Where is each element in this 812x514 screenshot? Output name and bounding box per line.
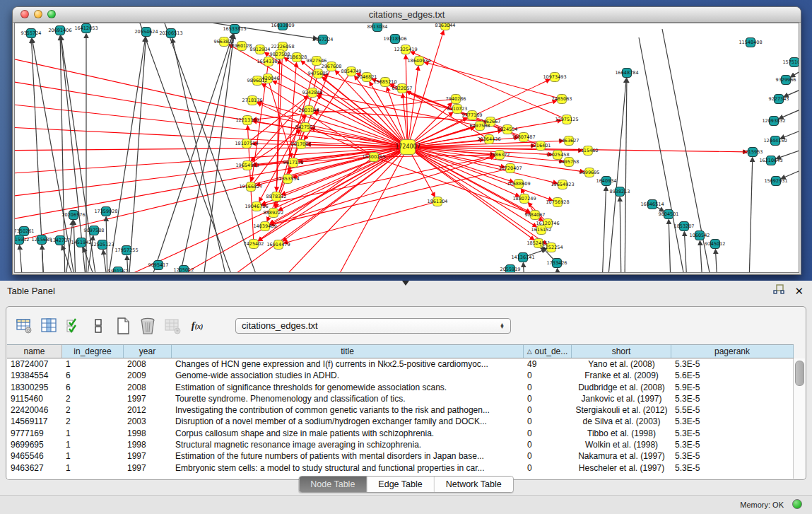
citation-edge-red[interactable] xyxy=(15,77,408,147)
table-cell[interactable]: 2009 xyxy=(124,370,172,381)
table-cell[interactable]: Investigating the contribution of common… xyxy=(172,404,524,416)
table-row[interactable]: 1456911722003Disruption of a novel membe… xyxy=(7,416,794,427)
table-cell[interactable]: 5.3E-5 xyxy=(671,428,794,439)
column-header-year[interactable]: year xyxy=(124,345,172,358)
table-cell[interactable]: Changes of HCN gene expression and I(f) … xyxy=(172,358,524,370)
citation-edge-black[interactable] xyxy=(684,232,687,273)
table-row[interactable]: 1938455462009Genome-wide association stu… xyxy=(7,370,794,381)
table-cell[interactable]: 18724007 xyxy=(7,358,62,370)
citation-edge-black[interactable] xyxy=(602,187,606,273)
table-cell[interactable]: 0 xyxy=(524,428,572,439)
citation-edge-black[interactable] xyxy=(608,78,626,273)
citation-edge-black[interactable] xyxy=(749,158,753,273)
table-cell[interactable]: Hescheler et al. (1997) xyxy=(572,462,671,474)
table-cell[interactable]: 2003 xyxy=(124,416,172,427)
table-cell[interactable]: Dudbridge et al. (2008) xyxy=(572,382,671,393)
float-panel-icon[interactable] xyxy=(773,284,784,298)
table-cell[interactable]: 2008 xyxy=(124,382,172,393)
citation-edge-black[interactable] xyxy=(799,66,799,69)
citation-edge-black[interactable] xyxy=(201,23,317,39)
table-cell[interactable]: 0 xyxy=(524,382,572,393)
table-cell[interactable]: Tibbo et al. (1998) xyxy=(572,428,671,439)
table-cell[interactable]: 18300295 xyxy=(7,382,62,393)
table-cell[interactable]: 1997 xyxy=(124,462,172,474)
table-cell[interactable]: 1 xyxy=(62,428,124,439)
citation-edge-black[interactable] xyxy=(669,220,671,273)
table-scrollbar[interactable] xyxy=(793,358,805,479)
close-panel-icon[interactable]: ✕ xyxy=(794,286,804,296)
table-row[interactable]: 946554611997Estimation of the future num… xyxy=(7,450,794,462)
close-button[interactable] xyxy=(20,10,29,18)
table-settings-icon[interactable] xyxy=(15,317,33,335)
table-cell[interactable]: 5.3E-5 xyxy=(671,439,794,450)
citation-edge-black[interactable] xyxy=(73,221,76,273)
table-cell[interactable]: 9463627 xyxy=(7,462,62,474)
citation-edge-black[interactable] xyxy=(139,23,235,273)
citation-edge-red[interactable] xyxy=(425,62,562,99)
citation-edge-black[interactable] xyxy=(178,35,233,273)
column-header-title[interactable]: title xyxy=(172,345,524,358)
table-cell[interactable]: 5.6E-5 xyxy=(671,370,794,381)
table-cell[interactable]: 6 xyxy=(62,370,124,381)
citation-edge-red[interactable] xyxy=(408,66,418,147)
column-header-name[interactable]: name xyxy=(7,345,62,358)
delete-table-icon[interactable] xyxy=(139,317,157,335)
citation-edge-black[interactable] xyxy=(150,35,233,273)
citation-edge-red[interactable] xyxy=(15,147,408,151)
citation-edge-black[interactable] xyxy=(42,245,44,273)
column-header-pagerank[interactable]: pagerank xyxy=(671,345,794,358)
table-cell[interactable]: Estimation of the future numbers of pati… xyxy=(172,450,524,462)
zoom-button[interactable] xyxy=(47,10,56,18)
table-cell[interactable]: Stergiakouli et al. (2012) xyxy=(572,404,671,416)
delete-column-icon[interactable] xyxy=(163,317,182,335)
table-cell[interactable]: 6 xyxy=(62,382,124,393)
table-row[interactable]: 1830029562008Estimation of significance … xyxy=(7,382,794,393)
network-canvas[interactable]: 1724007183002951810755419654983191668271… xyxy=(14,23,799,273)
citation-edge-black[interactable] xyxy=(523,263,524,273)
table-row[interactable]: 2242004622012Investigating the contribut… xyxy=(7,404,794,416)
citation-edge-black[interactable] xyxy=(620,197,621,273)
table-cell[interactable]: de Silva et al. (2003) xyxy=(572,416,671,427)
table-cell[interactable]: 0 xyxy=(524,370,572,381)
table-cell[interactable]: 5.5E-5 xyxy=(671,404,794,416)
scrollbar-thumb[interactable] xyxy=(795,361,804,386)
table-cell[interactable]: Wolkin et al. (1998) xyxy=(572,439,671,450)
table-cell[interactable]: 14569117 xyxy=(7,416,62,427)
column-header-out-de-[interactable]: △out_de... xyxy=(524,345,572,358)
table-cell[interactable]: 5.9E-5 xyxy=(671,382,794,393)
table-cell[interactable]: 5.3E-5 xyxy=(671,393,794,404)
table-cell[interactable]: 0 xyxy=(524,404,572,416)
table-row[interactable]: 977716911998Corpus callosum shape and si… xyxy=(7,428,794,439)
citation-edge-red[interactable] xyxy=(284,201,437,243)
table-cell[interactable]: 1 xyxy=(62,358,124,370)
citation-edge-black[interactable] xyxy=(791,69,799,77)
table-cell[interactable]: 0 xyxy=(524,439,572,450)
table-cell[interactable]: 5.3E-5 xyxy=(671,416,794,427)
table-cell[interactable]: 0 xyxy=(524,462,572,474)
table-cell[interactable]: 0 xyxy=(524,450,572,462)
citation-edge-black[interactable] xyxy=(700,241,702,273)
table-cell[interactable]: Franke et al. (2009) xyxy=(572,370,671,381)
table-cell[interactable]: Structural magnetic resonance image aver… xyxy=(172,439,524,450)
table-cell[interactable]: Genome-wide association studies in ADHD. xyxy=(172,370,524,381)
table-cell[interactable]: Estimation of significance thresholds fo… xyxy=(172,382,524,393)
table-cell[interactable]: 1997 xyxy=(124,450,172,462)
table-cell[interactable]: 49 xyxy=(524,358,572,370)
table-cell[interactable]: Disruption of a novel member of a sodium… xyxy=(172,416,524,427)
table-cell[interactable]: 5.3E-5 xyxy=(671,450,794,462)
table-row[interactable]: 969969511998Structural magnetic resonanc… xyxy=(7,439,794,450)
table-cell[interactable]: 0 xyxy=(524,393,572,404)
table-cell[interactable]: 1997 xyxy=(124,393,172,404)
minimize-button[interactable] xyxy=(34,10,42,18)
table-cell[interactable]: Embryonic stem cells: a model to study s… xyxy=(172,462,524,474)
function-builder-icon[interactable]: f(x) xyxy=(188,317,206,335)
table-cell[interactable]: 2 xyxy=(62,416,124,427)
table-cell[interactable]: 2008 xyxy=(124,358,172,370)
citation-edge-black[interactable] xyxy=(625,78,627,273)
table-cell[interactable]: Nakamura et al. (1997) xyxy=(572,450,671,462)
table-cell[interactable]: 9699695 xyxy=(7,439,62,450)
select-rows-icon[interactable] xyxy=(64,317,83,335)
column-header-short[interactable]: short xyxy=(572,345,671,358)
table-cell[interactable]: Jankovic et al. (1997) xyxy=(572,393,671,404)
citation-edge-black[interactable] xyxy=(129,37,146,273)
